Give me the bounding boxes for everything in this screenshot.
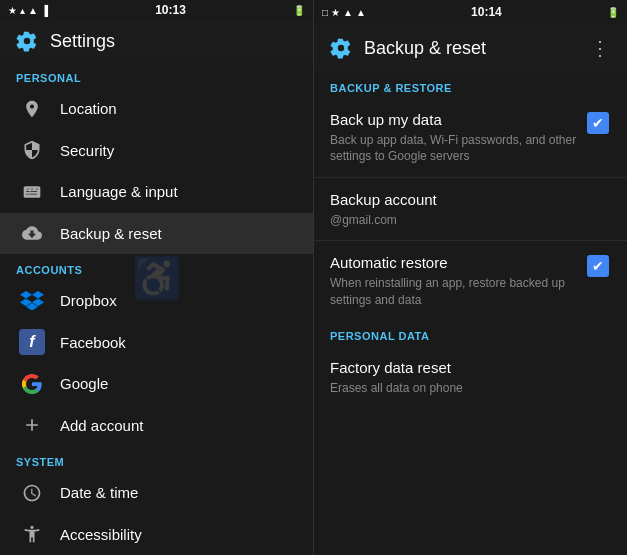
language-icon	[16, 176, 48, 208]
dropbox-icon	[16, 285, 48, 317]
right-toolbar: Backup & reset ⋮	[314, 24, 627, 72]
sidebar-item-google[interactable]: Google	[0, 363, 313, 404]
backup-label: Backup & reset	[60, 225, 162, 242]
factory-reset-title: Factory data reset	[330, 358, 611, 378]
backup-account-title: Backup account	[330, 190, 611, 210]
add-account-label: Add account	[60, 417, 143, 434]
sidebar-item-facebook[interactable]: f Facebook	[0, 322, 313, 363]
location-label: Location	[60, 100, 117, 117]
language-label: Language & input	[60, 183, 178, 200]
section-backup-restore: BACKUP & RESTORE	[314, 72, 627, 98]
right-toolbar-title: Backup & reset	[364, 38, 486, 59]
google-icon	[16, 368, 48, 400]
left-panel: ★ ▴ ▲ ▐ 10:13 🔋 Settings PERSONAL Locati…	[0, 0, 313, 555]
auto-restore-checkmark: ✔	[587, 255, 609, 277]
gear-icon-left	[16, 30, 38, 52]
section-personal: PERSONAL	[0, 62, 313, 88]
auto-restore-row[interactable]: Automatic restore When reinstalling an a…	[314, 241, 627, 320]
wifi-icon: ▲	[28, 5, 38, 16]
backup-data-subtitle: Back up app data, Wi-Fi passwords, and o…	[330, 132, 579, 166]
screen-icon: □	[322, 7, 328, 18]
right-panel: □ ★ ▲ ▲ 10:14 🔋 Backup & reset ⋮ BACKUP …	[313, 0, 627, 555]
svg-marker-1	[32, 291, 44, 299]
accessibility-icon	[16, 518, 48, 550]
add-account-icon	[16, 409, 48, 441]
status-bar-left: ★ ▴ ▲ ▐ 10:13 🔋	[0, 0, 313, 21]
section-accounts: ACCOUNTS	[0, 254, 313, 280]
sidebar-item-dropbox[interactable]: Dropbox	[0, 280, 313, 321]
signal-bars-icon: ▐	[41, 5, 48, 16]
datetime-label: Date & time	[60, 484, 138, 501]
svg-marker-0	[20, 291, 32, 299]
more-options-button[interactable]: ⋮	[590, 36, 611, 60]
datetime-icon	[16, 477, 48, 509]
backup-data-checkmark: ✔	[587, 112, 609, 134]
left-toolbar: Settings	[0, 21, 313, 62]
location-icon	[16, 93, 48, 125]
sidebar-item-backup[interactable]: Backup & reset	[0, 213, 313, 254]
sidebar-item-accessibility[interactable]: Accessibility	[0, 514, 313, 555]
backup-account-row[interactable]: Backup account @gmail.com	[314, 178, 627, 240]
gear-icon-right	[330, 37, 352, 59]
sidebar-item-add-account[interactable]: Add account	[0, 405, 313, 446]
accessibility-label: Accessibility	[60, 526, 142, 543]
google-label: Google	[60, 375, 108, 392]
bluetooth-icon-right: ★	[331, 7, 340, 18]
wifi-icon-right: ▲	[356, 7, 366, 18]
status-icons-right: □ ★ ▲ ▲	[322, 7, 366, 18]
sidebar-item-security[interactable]: Security	[0, 130, 313, 171]
security-label: Security	[60, 142, 114, 159]
sidebar-item-location[interactable]: Location	[0, 88, 313, 129]
factory-reset-row[interactable]: Factory data reset Erases all data on ph…	[314, 346, 627, 408]
factory-reset-subtitle: Erases all data on phone	[330, 380, 611, 397]
battery-icon-right: 🔋	[607, 7, 619, 18]
backup-data-row[interactable]: Back up my data Back up app data, Wi-Fi …	[314, 98, 627, 177]
facebook-icon: f	[16, 326, 48, 358]
battery-icon-left: 🔋	[293, 5, 305, 16]
sidebar-item-datetime[interactable]: Date & time	[0, 472, 313, 513]
auto-restore-checkbox[interactable]: ✔	[587, 255, 611, 279]
time-right: 10:14	[471, 5, 502, 19]
security-icon	[16, 134, 48, 166]
backup-data-title: Back up my data	[330, 110, 579, 130]
dropbox-label: Dropbox	[60, 292, 117, 309]
section-personal-data: PERSONAL DATA	[314, 320, 627, 346]
bluetooth-icon: ★	[8, 5, 17, 16]
backup-icon	[16, 217, 48, 249]
signal-icon-right: ▲	[343, 7, 353, 18]
time-left: 10:13	[155, 3, 186, 17]
auto-restore-title: Automatic restore	[330, 253, 579, 273]
signal-icon: ▴	[20, 5, 25, 16]
status-bar-right: □ ★ ▲ ▲ 10:14 🔋	[314, 0, 627, 24]
section-system: SYSTEM	[0, 446, 313, 472]
facebook-label: Facebook	[60, 334, 126, 351]
left-toolbar-title: Settings	[50, 31, 115, 52]
auto-restore-subtitle: When reinstalling an app, restore backed…	[330, 275, 579, 309]
status-icons-left: ★ ▴ ▲ ▐	[8, 5, 48, 16]
backup-data-checkbox[interactable]: ✔	[587, 112, 611, 136]
sidebar-item-language[interactable]: Language & input	[0, 171, 313, 212]
backup-account-subtitle: @gmail.com	[330, 212, 611, 229]
